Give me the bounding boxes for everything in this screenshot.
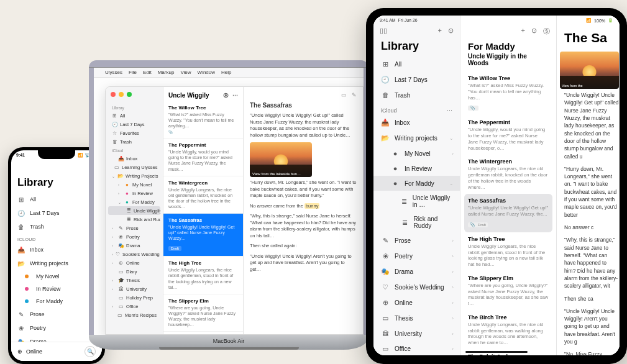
more-icon[interactable]: ⋯ [447, 107, 452, 114]
sidebar-item[interactable]: ›✎Prose [108, 224, 160, 232]
sidebar-item[interactable]: ●In Review [373, 161, 460, 176]
sidebar-item[interactable]: 📥Inbox [108, 154, 160, 163]
sheet-card[interactable]: The WintergreenUncle Wiggily Longears, t… [460, 155, 556, 194]
editor-image[interactable]: View from the [560, 52, 619, 89]
sidebar-item[interactable]: ⊞All [373, 57, 460, 72]
sidebar-item[interactable]: ▭Thesis› [373, 311, 460, 326]
sidebar-item[interactable]: ●My Novel› [373, 146, 460, 161]
sheet-card[interactable]: The Slippery Elm"Where are you going, Un… [163, 294, 243, 332]
sheet-card[interactable]: The Peppermint"Uncle Wiggily, would you … [460, 116, 556, 155]
sidebar-item[interactable]: ›🎓Thesis [108, 276, 160, 284]
add-button[interactable]: + [438, 27, 442, 35]
row-label: For Maddy [405, 180, 434, 187]
sidebar-item[interactable]: 📂Writing projects⌄ [373, 130, 460, 146]
row-icon: ● [124, 191, 130, 196]
card-preview: Uncle Wiggily Longears, the nice old gen… [468, 166, 549, 190]
color-dot-icon [25, 299, 29, 303]
add-button[interactable]: + [521, 27, 525, 36]
close-icon[interactable] [111, 92, 116, 97]
sidebar-item[interactable]: ☆Favorites [108, 129, 160, 137]
sidebar-item[interactable]: ›⊕Online [108, 258, 160, 267]
sheet-card[interactable]: The Sassafras"Uncle Wiggily! Uncle Wiggi… [464, 194, 552, 232]
menu-item[interactable]: Markup [158, 70, 175, 75]
sidebar-item[interactable]: ▭Learning Ulysses [108, 163, 160, 171]
sidebar-item[interactable]: 🕘Last 7 Days [108, 120, 160, 129]
chevron-icon: › [118, 183, 122, 186]
sidebar-item[interactable]: ›●My Novel [108, 180, 160, 189]
sidebar-item[interactable]: ≣Uncle Wiggily in … [373, 191, 460, 212]
editor-image[interactable]: View from the lakeside bun… [250, 142, 312, 177]
sheet-card[interactable]: The WintergreenUncle Wiggily Longears, t… [163, 176, 243, 214]
ipad-screen: 9:41 AM Fri Jun 26 📶100%🔋 ▯▯ +⊙ Library … [373, 16, 620, 355]
sidebar-item[interactable]: ›♡Sookie's Wedding [108, 250, 160, 258]
mac-sidebar: Library ⊞All🕘Last 7 Days☆Favorites🗑Trash… [106, 87, 163, 334]
row-icon: 🕘 [381, 76, 390, 84]
sidebar-item[interactable]: ›🏛University [108, 284, 160, 293]
sheet-card[interactable]: The Willow Tree"What is?" asked Miss Fuz… [460, 71, 556, 116]
editor-compose-icon[interactable]: ✎ [352, 92, 357, 98]
sidebar-item[interactable]: ›❀Poetry [108, 232, 160, 241]
row-label: Drama [126, 243, 140, 248]
menu-item[interactable]: Edit [143, 70, 152, 75]
sheet-card[interactable]: The Birch TreeUncle Wiggily Longears, th… [163, 332, 243, 335]
sidebar-item[interactable]: ⌄●For Maddy [108, 198, 160, 206]
mac-editor[interactable]: ▭✎ The Sassafras "Uncle Wiggily! Uncle W… [244, 87, 363, 334]
ipad-home-indicator[interactable] [465, 351, 528, 353]
sidebar-item[interactable]: ⊞All [108, 111, 160, 120]
sidebar-item[interactable]: 🗑Trash [373, 88, 460, 102]
sidebar-item[interactable]: ●For Maddy⌄ [373, 176, 460, 191]
sheet-card[interactable]: The Peppermint"Uncle Wiggily, would you … [163, 139, 243, 176]
sidebar-item[interactable]: 📥Inbox [373, 115, 460, 130]
sheet-card[interactable]: The Willow Tree"What is?" asked Miss Fuz… [163, 101, 243, 139]
sidebar-item[interactable]: 🎭Drama› [373, 264, 460, 280]
menu-item[interactable]: Window [198, 70, 215, 75]
sheet-card[interactable]: The High TreeUncle Wiggily Longears, the… [163, 257, 243, 294]
sidebar-toggle-icon[interactable]: ▯▯ [380, 27, 387, 35]
sheet-card[interactable]: The Slippery Elm"Where are you going, Un… [460, 271, 556, 311]
menu-item[interactable]: View [180, 70, 191, 75]
editor-sidebar-icon[interactable]: ▭ [341, 92, 347, 98]
editor-paragraph: "Why, this is strange," said Nurse Jane … [564, 236, 619, 289]
more-icon[interactable]: ⊙ [531, 27, 537, 36]
menu-item[interactable]: File [129, 70, 137, 75]
sheet-card[interactable]: The Sassafras"Uncle Wiggily! Uncle Wiggi… [163, 214, 243, 257]
library-section-label: Library [108, 103, 160, 111]
minimize-icon[interactable] [119, 92, 124, 97]
filter-icon[interactable]: ⦿ [223, 93, 229, 99]
sidebar-item[interactable]: ›🎭Drama [108, 241, 160, 250]
sidebar-item[interactable]: ❀Poetry› [373, 248, 460, 264]
sidebar-item[interactable]: ⊕Online› [373, 295, 460, 311]
sidebar-item[interactable]: ≣Rick and Rudy… [108, 215, 160, 224]
sidebar-item[interactable]: ›●In Review [108, 189, 160, 198]
sidebar-item[interactable]: ▭Mom's Recipes [108, 311, 160, 319]
search-icon[interactable]: ⓢ [543, 27, 550, 36]
zoom-icon[interactable] [127, 92, 132, 97]
sheet-card[interactable]: The Birch TreeUncle Wiggily Longears, th… [460, 311, 556, 350]
chevron-icon: › [452, 300, 454, 306]
sidebar-item[interactable]: 🗑Trash [108, 137, 160, 146]
sidebar-item-online[interactable]: ⊕Online [17, 348, 42, 355]
sidebar-item[interactable]: ≣Uncle Wiggily [108, 206, 160, 215]
window-traffic-lights[interactable] [111, 92, 132, 97]
sheet-card[interactable]: The High TreeUncle Wiggily Longears, the… [460, 232, 556, 271]
play-icon[interactable]: ⊙ [448, 27, 454, 35]
sidebar-item[interactable]: 🏛University› [373, 326, 460, 341]
sidebar-item[interactable]: ▭Diary [108, 267, 160, 276]
sidebar-item[interactable]: ⌄📂Writing Projects [108, 171, 160, 180]
row-icon: 📂 [381, 134, 390, 142]
menu-icon[interactable]: ⋯ [232, 93, 238, 99]
iphone-notch [38, 150, 75, 159]
sidebar-item[interactable]: ≣Rick and Ruddy [373, 212, 460, 233]
sidebar-item[interactable]: ♡Sookie's Wedding› [373, 280, 460, 295]
sidebar-item[interactable]: ✎Prose› [373, 233, 460, 248]
sidebar-item[interactable]: 🕘Last 7 Days [373, 72, 460, 88]
menu-item[interactable]: Ulysses [105, 70, 122, 75]
attachment-icon [470, 222, 477, 227]
macos-menubar[interactable]: UlyssesFileEditMarkupViewWindowHelp [94, 68, 364, 78]
sidebar-item[interactable]: ›▭Office [108, 302, 160, 311]
menu-item[interactable]: Help [221, 70, 231, 75]
sidebar-item[interactable]: ▭Office› [373, 341, 460, 355]
ipad-editor-column[interactable]: The Sa View from the "Uncle Wiggily! Unc… [557, 16, 620, 355]
chevron-icon: › [112, 261, 116, 265]
sidebar-item[interactable]: ▭Holiday Prep [108, 293, 160, 302]
